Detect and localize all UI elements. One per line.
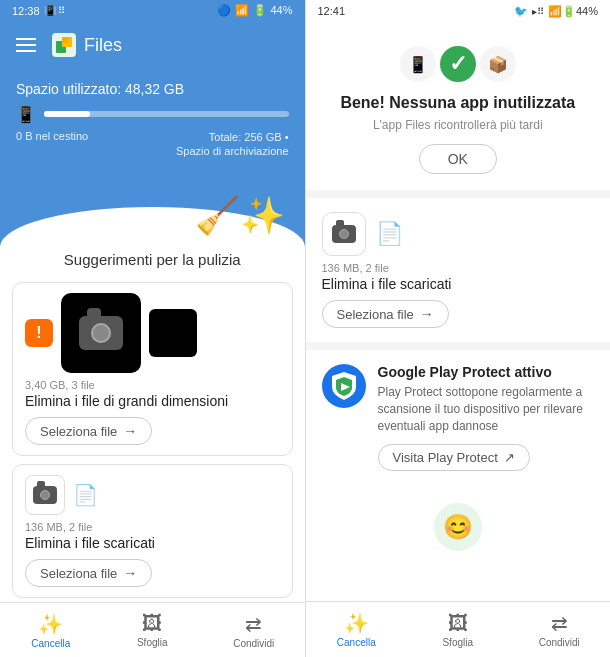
suggestion-title: Suggerimenti per la pulizia bbox=[0, 247, 305, 278]
top-bar: Files bbox=[0, 22, 305, 69]
device-icon: 📱 bbox=[16, 105, 36, 124]
play-protect-icon bbox=[322, 364, 366, 408]
external-link-icon: ↗ bbox=[504, 450, 515, 465]
play-protect-card: Google Play Protect attivo Play Protect … bbox=[306, 350, 611, 485]
left-status-icons: 🔵 📶 🔋 44% bbox=[217, 4, 292, 17]
right-status-icons: 🐦 ▸⠿ 📶🔋44% bbox=[514, 5, 598, 18]
storage-title: Spazio utilizzato: 48,32 GB bbox=[16, 81, 289, 97]
doc-icon: 📄 bbox=[73, 483, 98, 507]
right-arrow-icon: → bbox=[420, 306, 434, 322]
left-panel: 12:38 📳 ⠿ 🔵 📶 🔋 44% Files Spazio utilizz… bbox=[0, 0, 305, 657]
right-status-bar: 12:41 🐦 ▸⠿ 📶🔋44% bbox=[306, 0, 611, 22]
dark-box bbox=[149, 309, 197, 357]
success-section: 📱 ✓ 📦 Bene! Nessuna app inutilizzata L'a… bbox=[306, 22, 611, 190]
left-status-time: 12:38 📳 ⠿ bbox=[12, 5, 65, 17]
card1-size: 3,40 GB, 3 file bbox=[25, 379, 280, 391]
success-title: Bene! Nessuna app inutilizzata bbox=[340, 94, 575, 112]
pp-subtitle: Play Protect sottopone regolarmente a sc… bbox=[378, 384, 595, 434]
total-info: Totale: 256 GB • Spazio di archiviazione bbox=[176, 130, 289, 159]
app-bubble-1: 📱 bbox=[400, 46, 436, 82]
card1-icons: ! bbox=[25, 293, 280, 373]
app-title-bar: Files bbox=[52, 33, 122, 57]
play-protect-content: Google Play Protect attivo Play Protect … bbox=[378, 364, 595, 471]
success-icons-row: 📱 ✓ 📦 bbox=[400, 46, 516, 82]
pp-title: Google Play Protect attivo bbox=[378, 364, 595, 380]
downloaded-files-card: 📄 136 MB, 2 file Elimina i file scaricat… bbox=[12, 464, 293, 598]
card1-select-button[interactable]: Seleziona file → bbox=[25, 417, 152, 445]
right-card-size: 136 MB, 2 file bbox=[322, 262, 595, 274]
right-status-time: 12:41 bbox=[318, 5, 346, 17]
app-title: Files bbox=[84, 35, 122, 56]
arrow-icon: → bbox=[123, 423, 137, 439]
nav-sfoglia[interactable]: 🖼 Sfoglia bbox=[102, 603, 204, 657]
partial-card: 😊 bbox=[306, 493, 611, 561]
right-share-icon: ⇄ bbox=[551, 611, 568, 635]
card2-select-button[interactable]: Seleziona file → bbox=[25, 559, 152, 587]
check-circle: ✓ bbox=[440, 46, 476, 82]
right-doc-icon: 📄 bbox=[376, 221, 403, 247]
right-nav-sfoglia[interactable]: 🖼 Sfoglia bbox=[407, 602, 509, 657]
right-download-card: 📄 136 MB, 2 file Elimina i file scaricat… bbox=[306, 198, 611, 342]
large-files-card: ! 3,40 GB, 3 file Elimina i file di gran… bbox=[12, 282, 293, 456]
section-divider-1 bbox=[306, 190, 611, 198]
camera-large-icon bbox=[61, 293, 141, 373]
arrow-icon-2: → bbox=[123, 565, 137, 581]
storage-bar-fill bbox=[44, 111, 90, 117]
warning-badge: ! bbox=[25, 319, 53, 347]
camera-small-icon bbox=[25, 475, 65, 515]
left-bottom-nav: ✨ Cancella 🖼 Sfoglia ⇄ Condividi bbox=[0, 602, 305, 657]
nav-condividi[interactable]: ⇄ Condividi bbox=[203, 603, 305, 657]
storage-card: Spazio utilizzato: 48,32 GB 📱 0 B nel ce… bbox=[0, 69, 305, 189]
success-subtitle: L'app Files ricontrollerà più tardi bbox=[373, 118, 543, 132]
files-app-icon bbox=[52, 33, 76, 57]
shield-icon bbox=[331, 371, 357, 401]
right-card-title: Elimina i file scaricati bbox=[322, 276, 595, 292]
nav-cancella[interactable]: ✨ Cancella bbox=[0, 603, 102, 657]
trash-info: 0 B nel cestino bbox=[16, 130, 88, 159]
left-status-bar: 12:38 📳 ⠿ 🔵 📶 🔋 44% bbox=[0, 0, 305, 22]
share-icon: ⇄ bbox=[245, 612, 262, 636]
storage-info: 0 B nel cestino Totale: 256 GB • Spazio … bbox=[16, 130, 289, 159]
right-select-button[interactable]: Seleziona file → bbox=[322, 300, 449, 328]
storage-bar bbox=[44, 111, 289, 117]
mascot-icon: 🧹✨ bbox=[195, 195, 285, 237]
hamburger-menu[interactable] bbox=[16, 38, 36, 52]
right-panel: 12:41 🐦 ▸⠿ 📶🔋44% 📱 ✓ 📦 Bene! Nessuna app… bbox=[306, 0, 611, 657]
card2-size: 136 MB, 2 file bbox=[25, 521, 280, 533]
ok-button[interactable]: OK bbox=[419, 144, 497, 174]
wave-section: 🧹✨ bbox=[0, 189, 305, 248]
sparkle-icon: ✨ bbox=[38, 612, 63, 636]
right-card-icons: 📄 bbox=[322, 212, 595, 256]
visit-play-protect-button[interactable]: Visita Play Protect ↗ bbox=[378, 444, 530, 471]
right-sparkle-icon: ✨ bbox=[344, 611, 369, 635]
svg-rect-3 bbox=[62, 37, 68, 43]
right-nav-cancella[interactable]: ✨ Cancella bbox=[306, 602, 408, 657]
card2-icons: 📄 bbox=[25, 475, 280, 515]
right-bottom-nav: ✨ Cancella 🖼 Sfoglia ⇄ Condividi bbox=[306, 601, 611, 657]
smiley-icon: 😊 bbox=[434, 503, 482, 551]
right-browse-icon: 🖼 bbox=[448, 612, 468, 635]
right-camera-icon bbox=[322, 212, 366, 256]
right-nav-condividi[interactable]: ⇄ Condividi bbox=[509, 602, 611, 657]
section-divider-2 bbox=[306, 342, 611, 350]
card2-title: Elimina i file scaricati bbox=[25, 535, 280, 551]
card1-title: Elimina i file di grandi dimensioni bbox=[25, 393, 280, 409]
app-bubble-2: 📦 bbox=[480, 46, 516, 82]
browse-icon: 🖼 bbox=[142, 612, 162, 635]
